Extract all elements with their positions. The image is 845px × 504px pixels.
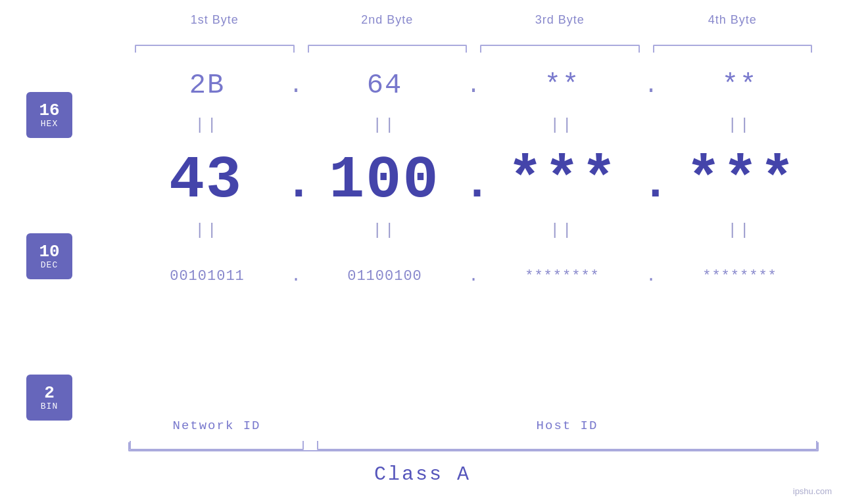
hex-b1-value: 2B	[189, 70, 225, 101]
bin-dot2: .	[464, 266, 483, 286]
dec-row: 43 . 100 . *** . ***	[128, 145, 819, 217]
hex-b4-value: **	[722, 70, 758, 101]
hex-b3-value: **	[544, 70, 580, 101]
bin-b4-cell: ********	[661, 268, 819, 285]
bin-b3-value: ********	[525, 268, 600, 285]
byte3-header: 3rd Byte	[473, 13, 646, 27]
bracket-b2	[308, 45, 468, 53]
network-id-label: Network ID	[130, 419, 304, 433]
bin-b3-cell: ********	[483, 268, 641, 285]
dec-dot1: .	[283, 158, 306, 217]
dec-b2-value: 100	[329, 147, 439, 214]
bin-b1-cell: 00101011	[128, 268, 286, 285]
bin-row: 00101011 . 01100100 . ******** . *******…	[128, 250, 819, 302]
dec-b4-value: ***	[686, 147, 796, 214]
host-id-label: Host ID	[317, 419, 817, 433]
bracket-b1	[135, 45, 295, 53]
hex-row: 2B . 64 . ** . **	[128, 59, 819, 112]
dec-dot2: .	[462, 158, 485, 217]
main-container: 1st Byte 2nd Byte 3rd Byte 4th Byte 16 H…	[0, 0, 845, 504]
eq2-b2: ||	[306, 221, 464, 239]
hex-num: 16	[39, 102, 59, 119]
eq2-b3: ||	[483, 221, 641, 239]
hex-b1-cell: 2B	[128, 70, 286, 101]
equals-row-1: || || || ||	[128, 112, 819, 138]
dec-b2-cell: 100	[306, 147, 462, 214]
bin-num: 2	[44, 384, 55, 401]
byte1-header: 1st Byte	[128, 13, 301, 27]
dec-b3-cell: ***	[485, 147, 640, 214]
class-label: Class A	[0, 463, 845, 486]
eq1-b2: ||	[306, 116, 464, 134]
bin-dot3: .	[641, 266, 661, 286]
top-brackets	[128, 45, 819, 53]
hex-b3-cell: **	[483, 70, 641, 101]
dec-num: 10	[39, 243, 59, 260]
bin-b2-cell: 01100100	[306, 268, 464, 285]
hex-label: HEX	[41, 119, 58, 129]
dec-b1-value: 43	[169, 147, 243, 214]
bin-label: BIN	[41, 401, 58, 411]
hex-dot2: .	[464, 72, 483, 99]
bin-badge: 2 BIN	[26, 375, 72, 421]
base-labels: 16 HEX 10 DEC 2 BIN	[26, 92, 72, 421]
hex-b2-value: 64	[367, 70, 402, 101]
byte2-header: 2nd Byte	[301, 13, 474, 27]
full-bottom-bracket	[128, 442, 819, 451]
dec-badge: 10 DEC	[26, 233, 72, 279]
eq2-b1: ||	[128, 221, 286, 239]
eq1-b3: ||	[483, 116, 641, 134]
byte4-header: 4th Byte	[646, 13, 819, 27]
hex-dot1: .	[286, 72, 306, 99]
bracket-b3	[480, 45, 640, 53]
bracket-b4	[653, 45, 813, 53]
eq1-b4: ||	[661, 116, 819, 134]
hex-badge: 16 HEX	[26, 92, 72, 138]
bin-b2-value: 01100100	[347, 268, 422, 285]
byte-headers: 1st Byte 2nd Byte 3rd Byte 4th Byte	[128, 13, 819, 27]
dec-label: DEC	[41, 260, 58, 270]
bin-b4-value: ********	[702, 268, 777, 285]
watermark: ipshu.com	[793, 486, 832, 496]
dec-b1-cell: 43	[128, 147, 283, 214]
dec-b4-cell: ***	[664, 147, 819, 214]
equals-row-2: || || || ||	[128, 217, 819, 243]
rows-area: 2B . 64 . ** . ** || || || ||	[128, 59, 819, 302]
eq2-b4: ||	[661, 221, 819, 239]
bin-dot1: .	[286, 266, 306, 286]
hex-b4-cell: **	[661, 70, 819, 101]
dec-dot3: .	[640, 158, 664, 217]
hex-dot3: .	[641, 72, 661, 99]
eq1-b1: ||	[128, 116, 286, 134]
dec-b3-value: ***	[508, 147, 618, 214]
bin-b1-value: 00101011	[170, 268, 245, 285]
hex-b2-cell: 64	[306, 70, 464, 101]
